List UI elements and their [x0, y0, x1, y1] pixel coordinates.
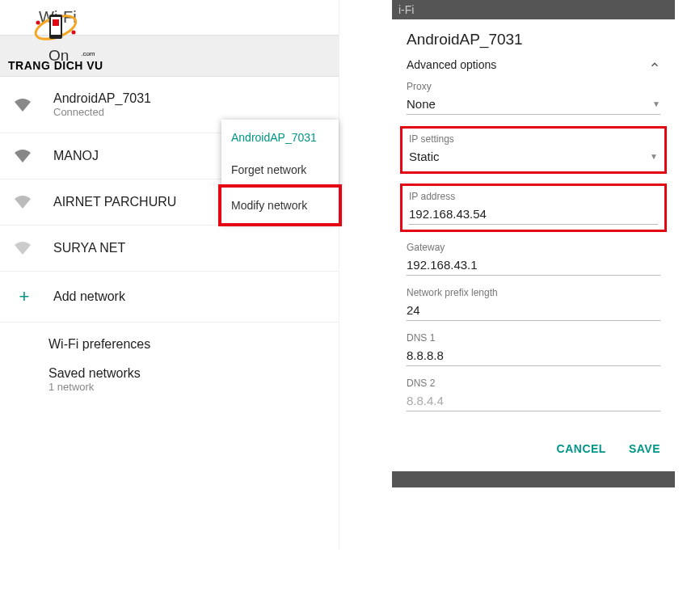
wifi-list-screen: .com TRANG DICH VU Wi-Fi On AndroidAP_70…: [0, 0, 339, 550]
advanced-options-label: Advanced options: [407, 58, 496, 71]
proxy-field[interactable]: Proxy None ▼: [407, 81, 660, 115]
dropdown-caret-icon: ▼: [650, 152, 658, 161]
modify-network-dialog: i-Fi AndroidAP_7031 Advanced options Pro…: [392, 0, 675, 550]
dns1-label: DNS 1: [407, 332, 660, 344]
network-item[interactable]: SURYA NET: [0, 226, 339, 272]
logo-com-text: .com: [81, 50, 95, 57]
bottom-nav-bar: [392, 471, 675, 487]
ip-settings-highlight: IP settings Static ▼: [400, 126, 667, 174]
network-status: Connected: [53, 106, 151, 118]
saved-networks-item[interactable]: Saved networks 1 network: [48, 366, 326, 393]
gateway-field[interactable]: Gateway 192.168.43.1: [407, 242, 660, 276]
dns1-field[interactable]: DNS 1 8.8.8.8: [407, 332, 660, 366]
proxy-label: Proxy: [407, 81, 660, 92]
dns1-value: 8.8.8.8: [407, 348, 444, 362]
wifi-signal-icon: [13, 148, 36, 164]
svg-point-5: [71, 31, 75, 35]
ip-address-label: IP address: [409, 191, 658, 202]
logo-text: TRANG DICH VU: [8, 59, 103, 72]
dialog-topbar: i-Fi: [392, 0, 675, 19]
gateway-value: 192.168.43.1: [407, 258, 478, 272]
dialog-button-row: CANCEL SAVE: [392, 432, 675, 468]
dns2-label: DNS 2: [407, 378, 660, 389]
prefix-length-field[interactable]: Network prefix length 24: [407, 287, 660, 321]
add-network-row[interactable]: + Add network: [0, 272, 339, 323]
ip-address-highlight: IP address 192.168.43.54: [400, 184, 667, 232]
dropdown-caret-icon: ▼: [652, 99, 660, 108]
preferences-section: Wi-Fi preferences Saved networks 1 netwo…: [0, 323, 339, 407]
logo-icon: [32, 3, 80, 52]
dialog-title: AndroidAP_7031: [407, 31, 660, 49]
network-name: MANOJ: [53, 149, 99, 163]
svg-rect-3: [53, 19, 59, 26]
context-menu-title: AndroidAP_7031: [221, 120, 339, 152]
ip-settings-value: Static: [409, 150, 440, 163]
forget-network-item[interactable]: Forget network: [221, 152, 339, 188]
ip-address-field[interactable]: IP address 192.168.43.54: [409, 191, 658, 225]
wifi-signal-icon: [13, 240, 36, 256]
gateway-label: Gateway: [407, 242, 660, 253]
prefix-length-label: Network prefix length: [407, 287, 660, 298]
wifi-preferences-item[interactable]: Wi-Fi preferences: [48, 337, 326, 352]
prefix-length-value: 24: [407, 303, 420, 317]
network-context-menu: AndroidAP_7031 Forget network Modify net…: [221, 120, 339, 223]
saved-networks-count: 1 network: [48, 381, 326, 393]
chevron-up-icon: [649, 59, 660, 70]
svg-point-4: [36, 21, 40, 25]
network-name: SURYA NET: [53, 241, 125, 255]
saved-networks-label: Saved networks: [48, 366, 326, 381]
ip-address-value: 192.168.43.54: [409, 207, 487, 221]
network-name: AndroidAP_7031: [53, 91, 151, 106]
advanced-options-row[interactable]: Advanced options: [407, 58, 660, 71]
modify-network-item[interactable]: Modify network: [218, 184, 342, 226]
ip-settings-label: IP settings: [409, 133, 658, 145]
ip-settings-field[interactable]: IP settings Static ▼: [409, 133, 658, 167]
wifi-signal-icon: [13, 194, 36, 210]
save-button[interactable]: SAVE: [629, 442, 660, 455]
cancel-button[interactable]: CANCEL: [557, 442, 606, 455]
dns2-value: 8.8.4.4: [407, 394, 444, 407]
add-network-label: Add network: [53, 289, 125, 304]
network-name: AIRNET PARCHURU: [53, 195, 176, 209]
plus-icon: +: [13, 286, 36, 307]
watermark-logo: .com TRANG DICH VU: [8, 3, 103, 72]
dns2-field[interactable]: DNS 2 8.8.4.4: [407, 378, 660, 411]
proxy-value: None: [407, 97, 436, 111]
wifi-signal-icon: [13, 97, 36, 113]
